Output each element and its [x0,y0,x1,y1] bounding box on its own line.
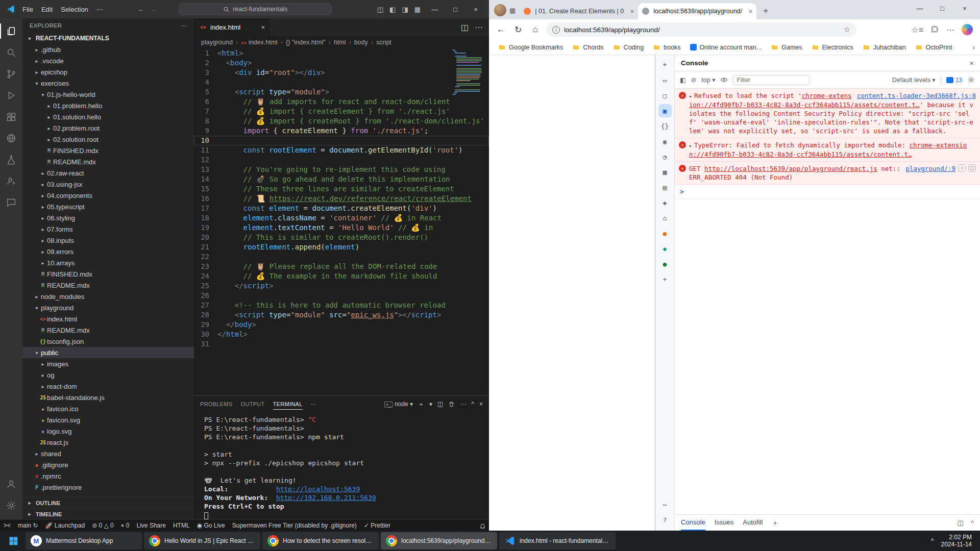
testing-icon[interactable] [0,149,22,170]
split-editor-icon[interactable]: ◫ [461,22,469,32]
tree-item-02-raw-react[interactable]: ▸02.raw-react [22,167,194,179]
console-filter-input[interactable] [733,75,810,85]
toggle-sidebar-icon[interactable]: ◧ [389,6,396,13]
console-prompt[interactable]: > [675,185,980,199]
devtools-memory-icon[interactable]: ▦ [658,165,672,179]
maximize-button[interactable]: □ [445,1,465,17]
tree-item-finished-mdx[interactable]: MFINISHED.mdx [22,268,194,280]
tree-item-images[interactable]: ▸images [22,358,194,369]
tree-item-node-modules[interactable]: ▸node_modules [22,291,194,302]
back-arrow-icon[interactable]: ← [138,6,144,13]
tree-item-favicon-svg[interactable]: ★favicon.svg [22,414,194,425]
editor-tab-index-html[interactable]: <> index.html × [194,18,271,36]
devtools-lighthouse-icon[interactable]: ⌂ [658,211,672,224]
clear-console-icon[interactable]: ⊘ [691,76,696,84]
status-launchpad[interactable]: 🚀 Launchpad [41,522,88,529]
menu-[interactable]: ⋯ [92,6,107,13]
tree-item-10-arrays[interactable]: ▸10.arrays [22,257,194,268]
home-icon[interactable]: ⌂ [529,24,542,35]
expand-drawer-icon[interactable]: ^ [971,519,974,527]
tab-actions-icon[interactable]: ▦ [509,7,516,14]
console-sidebar-icon[interactable]: ◧ [680,76,686,84]
tree-item-03-using-jsx[interactable]: ▸03.using-jsx [22,179,194,190]
breadcrumb-item[interactable]: playground [201,39,233,46]
log-levels-dropdown[interactable]: Default levels ▾ [892,76,936,84]
menu-file[interactable]: File [18,6,37,13]
status-supermaven[interactable]: Supermaven Free Tier (disabled by .gitig… [229,522,360,529]
devtools-application-icon[interactable]: ▤ [658,181,672,194]
bookmark-google-bookmarks[interactable]: Google Bookmarks [494,42,567,53]
close-button[interactable]: × [953,0,976,16]
devtools-network-icon[interactable]: ◉ [658,135,672,148]
tree-item-07-forms[interactable]: ▸07.forms [22,223,194,235]
taskbar-mattermost[interactable]: MMattermost Desktop App [26,532,142,549]
console-empty-space[interactable] [675,199,980,514]
status-problems[interactable]: ⊘ 0 △ 0 [88,522,117,529]
tree-item-shared[interactable]: ▸shared [22,448,194,459]
status-radio-tower[interactable]: ⌖ 0 [117,522,133,529]
taskbar-clock[interactable]: 2:02 PM 2024-11-14 [941,534,972,548]
settings-icon[interactable] [0,495,22,516]
tree-item-favicon-ico[interactable]: ★favicon.ico [22,403,194,414]
terminal-output[interactable]: PS E:\react-fundamentals> ^CPS E:\react-… [194,412,489,519]
tree-item-finished-mdx[interactable]: MFINISHED.mdx [22,145,194,156]
new-terminal-icon[interactable]: ＋ [418,400,424,409]
breadcrumb-item[interactable]: html [334,39,346,46]
info-badge[interactable]: i [958,164,966,172]
tree-item-01-problem-hello[interactable]: ▸01.problem.hello [22,100,194,111]
devtools-add-tool-icon[interactable]: + [658,272,672,286]
panel-tab-output[interactable]: OUTPUT [241,399,265,410]
tree-item--github[interactable]: ▸.github [22,44,194,55]
status-live-share[interactable]: Live Share [133,522,169,529]
tree-item-readme-mdx[interactable]: MREADME.mdx [22,156,194,167]
extensions-icon[interactable] [0,106,22,128]
panel-tab-terminal[interactable]: TERMINAL [273,399,303,410]
source-control-icon[interactable] [0,63,22,85]
close-tab-icon[interactable]: × [749,8,753,15]
tree-item-01-solution-hello[interactable]: ▸01.solution.hello [22,111,194,122]
tree-item-09-errors[interactable]: ▸09.errors [22,246,194,257]
close-tab-icon[interactable]: × [261,23,265,31]
tree-item-06-styling[interactable]: ▸06.styling [22,212,194,223]
address-bar[interactable]: i localhost:5639/app/playground/ ☆ [546,22,856,37]
bookmark-juhachiban[interactable]: Juhachiban [859,42,910,53]
devtools-security-icon[interactable]: ◈ [658,196,672,209]
devtools-inspect-icon[interactable]: ⌖ [658,58,672,71]
panel-more-icon[interactable]: ⋯ [311,401,316,408]
site-info-icon[interactable]: i [552,26,560,34]
bookmark-coding[interactable]: Coding [609,42,648,53]
js-context-selector[interactable]: top ▾ [701,76,715,84]
tree-item-readme-mdx[interactable]: MREADME.mdx [22,324,194,336]
customize-layout-icon[interactable]: ◨ [402,6,408,13]
tree-item-tsconfig-json[interactable]: {}tsconfig.json [22,336,194,347]
maximize-panel-icon[interactable]: ^ [471,400,474,408]
maximize-button[interactable]: □ [931,0,953,16]
devtools-help-icon[interactable]: ? [658,513,672,527]
new-tab-button[interactable]: ＋ [758,3,773,17]
devtools-performance-icon[interactable]: ◔ [658,150,672,163]
more-actions-icon[interactable]: ⋯ [475,22,483,32]
tree-item-playground[interactable]: ▾playground [22,302,194,313]
tree-item-og[interactable]: ▸og [22,369,194,381]
expand-triangle-icon[interactable]: ▸ [689,143,692,148]
close-button[interactable]: × [465,1,486,17]
bookmark-chords[interactable]: Chords [568,42,607,53]
start-button[interactable] [3,532,23,549]
code-editor[interactable]: 1<html>2 <body>3 <div id="root"></div>45… [194,48,489,395]
address-url[interactable]: localhost:5639/app/playground/ [564,26,840,34]
close-tab-icon[interactable]: × [630,8,634,15]
add-drawer-tab-icon[interactable]: ＋ [772,518,778,528]
terminal-dropdown-icon[interactable]: ▾ [429,400,432,408]
drawer-tab-console[interactable]: Console [681,515,705,531]
menu-selection[interactable]: Selection [57,6,92,13]
tree-item-08-inputs[interactable]: ▸08.inputs [22,235,194,246]
breadcrumb-item[interactable]: <>index.html [241,39,278,46]
close-devtools-icon[interactable]: × [969,59,974,67]
source-location-link[interactable]: playground/:9 [905,164,955,173]
breadcrumb-item[interactable]: body [354,39,368,46]
devtools-extension-a-icon[interactable]: ◆ [658,242,672,255]
tree-item-logo-svg[interactable]: ◆logo.svg [22,425,194,437]
explorer-icon[interactable] [0,20,22,42]
tree-item--prettierignore[interactable]: P.prettierignore [22,482,194,493]
chat-icon[interactable] [0,192,22,213]
